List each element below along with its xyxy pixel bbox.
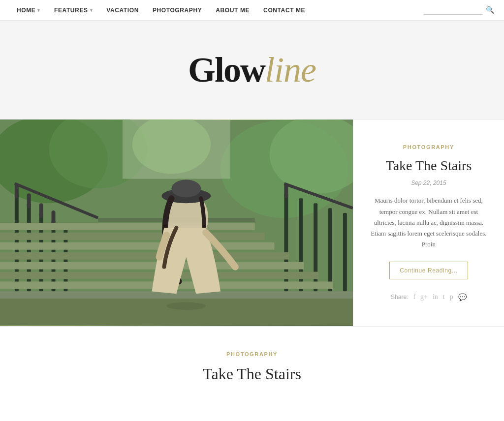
svg-rect-10 [27,193,31,208]
nav-item-vacation[interactable]: VACATION [99,0,146,21]
comment-icon[interactable]: 💬 [458,293,467,301]
nav-item-photography[interactable]: PHOTOGRAPHY [146,0,209,21]
svg-point-35 [171,180,201,197]
nav-items: HOME ▾ FEATURES ▾ VACATION PHOTOGRAPHY A… [10,0,424,21]
post-meta-column: PHOTOGRAPHY Take The Stairs Sep 22, 2015… [353,120,504,326]
site-header: Glow line [0,21,504,119]
nav-item-about[interactable]: ABOUT ME [209,0,256,21]
logo-glow: Glow [188,50,265,90]
search-area: 🔍 [424,5,494,15]
search-icon[interactable]: 🔍 [486,6,494,14]
nav-item-features[interactable]: FEATURES ▾ [47,0,99,21]
post-category: PHOTOGRAPHY [403,144,454,150]
share-bar: Share: f g+ in t p 💬 [391,293,467,301]
svg-point-36 [166,302,206,310]
svg-rect-6 [123,120,230,179]
svg-rect-21 [343,213,347,291]
nav-item-contact[interactable]: CONTACT ME [256,0,312,21]
main-nav: HOME ▾ FEATURES ▾ VACATION PHOTOGRAPHY A… [0,0,504,21]
post-image-column [0,120,353,326]
second-post-category: PHOTOGRAPHY [20,351,484,357]
search-input[interactable] [424,5,483,15]
second-post-title: Take The Stairs [20,364,484,385]
post-title: Take The Stairs [385,157,472,175]
svg-rect-26 [0,252,289,260]
post-excerpt: Mauris dolor tortor, bibendum et felis s… [368,195,489,249]
svg-rect-20 [328,208,332,291]
pinterest-icon[interactable]: p [450,293,453,301]
svg-rect-29 [0,223,255,230]
featured-post-section: PHOTOGRAPHY Take The Stairs Sep 22, 2015… [0,119,504,326]
site-logo: Glow line [188,50,316,90]
chevron-down-icon: ▾ [37,8,40,13]
nav-item-home[interactable]: HOME ▾ [10,0,47,21]
logo-line: line [265,50,316,90]
twitter-icon[interactable]: t [443,293,445,301]
share-label: Share: [391,294,408,301]
featured-image [0,120,353,326]
post-date: Sep 22, 2015 [411,180,446,186]
svg-rect-25 [0,262,304,270]
continue-reading-button[interactable]: Continue Reading... [389,262,468,279]
linkedin-icon[interactable]: in [433,293,438,301]
svg-rect-27 [0,242,275,250]
second-post-section: PHOTOGRAPHY Take The Stairs [0,326,504,404]
facebook-icon[interactable]: f [413,293,415,301]
svg-rect-28 [0,233,265,240]
svg-rect-12 [39,203,43,218]
chevron-down-icon: ▾ [90,8,93,13]
googleplus-icon[interactable]: g+ [420,293,428,301]
